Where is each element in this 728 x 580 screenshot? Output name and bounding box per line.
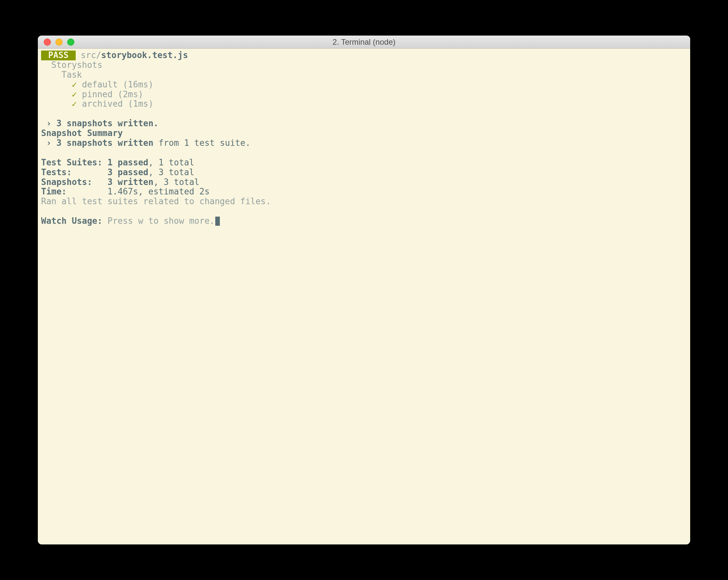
- close-button[interactable]: [44, 39, 51, 46]
- suite-group: Task: [41, 70, 687, 80]
- result-snapshots: Snapshots: 3 written, 3 total: [41, 177, 687, 187]
- suite-root: Storyshots: [41, 60, 687, 70]
- snapshots-written: › 3 snapshots written.: [41, 119, 687, 128]
- check-icon: ✓: [72, 99, 77, 109]
- traffic-lights: [38, 39, 74, 46]
- snapshot-summary: › 3 snapshots written from 1 test suite.: [41, 138, 687, 148]
- window-title: 2. Terminal (node): [38, 37, 690, 47]
- maximize-button[interactable]: [67, 39, 74, 46]
- check-icon: ✓: [72, 80, 77, 90]
- result-tests: Tests: 3 passed, 3 total: [41, 168, 687, 177]
- snapshot-summary-label: Snapshot Summary: [41, 128, 687, 138]
- test-line: ✓ default (16ms): [41, 80, 687, 90]
- test-line: ✓ pinned (2ms): [41, 90, 687, 100]
- result-time: Time: 1.467s, estimated 2s: [41, 187, 687, 197]
- file-name: storybook.test.js: [101, 50, 188, 60]
- result-test-suites: Test Suites: 1 passed, 1 total: [41, 158, 687, 168]
- minimize-button[interactable]: [55, 39, 62, 46]
- terminal-output[interactable]: PASS src/storybook.test.js Storyshots Ta…: [38, 49, 690, 545]
- window-titlebar: 2. Terminal (node): [38, 35, 690, 49]
- file-dir: src/: [76, 50, 101, 60]
- ran-line: Ran all test suites related to changed f…: [41, 197, 687, 206]
- terminal-window: 2. Terminal (node) PASS src/storybook.te…: [38, 35, 690, 545]
- watch-usage: Watch Usage: Press w to show more.: [41, 216, 687, 226]
- cursor-icon: [215, 217, 220, 226]
- pass-badge: PASS: [41, 51, 76, 60]
- test-line: ✓ archived (1ms): [41, 99, 687, 109]
- check-icon: ✓: [72, 90, 77, 99]
